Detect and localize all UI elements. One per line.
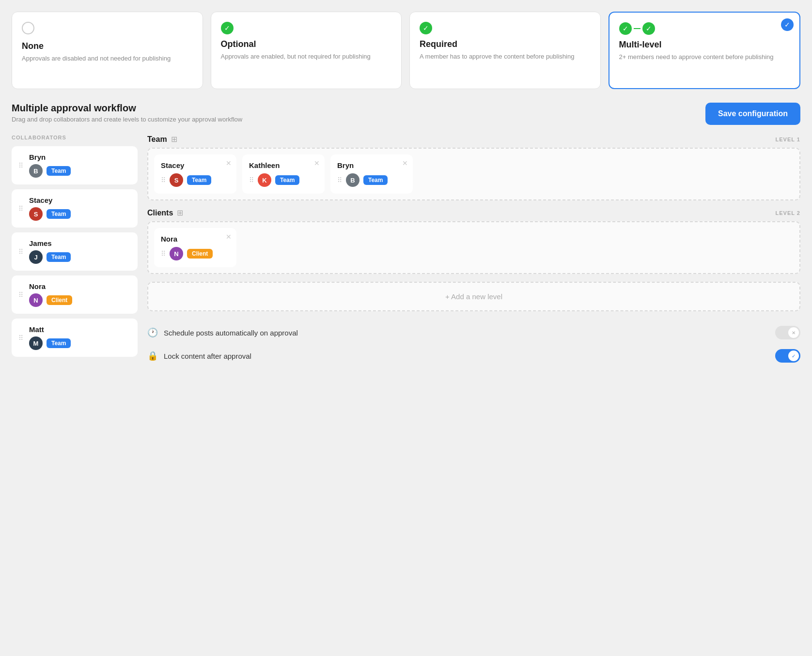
collab-meta-nora: N Client — [29, 293, 72, 307]
collab-meta-stacey: S Team — [29, 207, 71, 221]
level-2-label: LEVEL 2 — [776, 210, 800, 216]
drag-handle[interactable]: ⠿ — [249, 176, 254, 184]
collab-meta-james: J Team — [29, 250, 71, 264]
selected-check-icon: ✓ — [781, 18, 794, 31]
workflow-header: Multiple approval workflow Drag and drop… — [12, 103, 800, 125]
schedule-toggle-knob: ✕ — [788, 327, 799, 338]
collaborator-james: ⠿ James J Team — [12, 232, 138, 271]
level-member-stacey: ✕ Stacey ⠿ S Team — [154, 154, 236, 194]
save-configuration-button[interactable]: Save configuration — [705, 103, 800, 125]
badge-matt: Team — [47, 338, 71, 348]
collab-info-james: James J Team — [29, 239, 71, 264]
lock-toggle-row: 🔒 Lock content after approval ✓ — [147, 344, 800, 367]
level-2-section: Clients ⊞ LEVEL 2 ✕ Nora ⠿ N Client — [147, 208, 800, 274]
level-member-name-stacey: Stacey — [161, 161, 230, 169]
avatar-level-nora: N — [170, 247, 183, 260]
drag-handle[interactable]: ⠿ — [18, 162, 23, 169]
level-2-cards-area: ✕ Nora ⠿ N Client — [147, 221, 800, 274]
collab-name-bryn: Bryn — [29, 153, 71, 161]
level-1-name: Team — [147, 135, 167, 144]
lock-icon: 🔒 — [147, 351, 158, 361]
multilevel-title: Multi-level — [619, 40, 790, 50]
schedule-label: Schedule posts automatically on approval — [164, 329, 769, 337]
none-title: None — [22, 41, 193, 51]
lock-toggle-knob: ✓ — [788, 351, 799, 361]
remove-nora-button[interactable]: ✕ — [226, 233, 232, 241]
avatar-matt: M — [29, 336, 43, 350]
drag-handle[interactable]: ⠿ — [18, 291, 23, 299]
badge-level-nora: Client — [187, 249, 213, 259]
collaborators-panel: COLLABORATORS ⠿ Bryn B Team ⠿ Stacey S T… — [12, 135, 138, 367]
lock-label: Lock content after approval — [164, 352, 769, 360]
none-icon — [22, 22, 193, 36]
workflow-info: Multiple approval workflow Drag and drop… — [12, 103, 242, 123]
avatar-nora: N — [29, 293, 43, 307]
optional-title: Optional — [221, 39, 392, 49]
level-1-section: Team ⊞ LEVEL 1 ✕ Stacey ⠿ S Team — [147, 135, 800, 200]
level-1-label: LEVEL 1 — [776, 137, 800, 142]
approval-card-multilevel[interactable]: ✓ ✓ ✓ Multi-level 2+ members need to app… — [609, 12, 801, 89]
collaborators-label: COLLABORATORS — [12, 135, 138, 140]
avatar-level-kathleen: K — [258, 173, 271, 187]
drag-handle[interactable]: ⠿ — [18, 205, 23, 213]
drag-handle[interactable]: ⠿ — [18, 334, 23, 342]
badge-level-kathleen: Team — [275, 175, 299, 185]
collab-info-matt: Matt M Team — [29, 325, 71, 350]
level-member-meta-kathleen: ⠿ K Team — [249, 173, 318, 187]
level-member-meta-stacey: ⠿ S Team — [161, 173, 230, 187]
level-1-header: Team ⊞ LEVEL 1 — [147, 135, 800, 144]
level-1-title-row: Team ⊞ — [147, 135, 177, 144]
approval-card-none[interactable]: None Approvals are disabled and not need… — [12, 12, 203, 89]
schedule-toggle-row: 🕐 Schedule posts automatically on approv… — [147, 321, 800, 344]
schedule-toggle-switch[interactable]: ✕ — [775, 326, 800, 339]
level-member-name-bryn: Bryn — [337, 161, 406, 169]
collaborator-bryn: ⠿ Bryn B Team — [12, 146, 138, 184]
required-title: Required — [420, 39, 591, 49]
remove-bryn-button[interactable]: ✕ — [402, 159, 408, 167]
drag-handle[interactable]: ⠿ — [161, 176, 166, 184]
approval-card-optional[interactable]: ✓ Optional Approvals are enabled, but no… — [211, 12, 402, 89]
collab-meta-matt: M Team — [29, 336, 71, 350]
required-icon: ✓ — [420, 22, 591, 34]
drag-handle[interactable]: ⠿ — [337, 176, 342, 184]
badge-level-bryn: Team — [363, 175, 388, 185]
multilevel-desc: 2+ members need to approve content befor… — [619, 53, 790, 61]
workflow-desc: Drag and drop collaborators and create l… — [12, 116, 242, 123]
remove-kathleen-button[interactable]: ✕ — [314, 159, 320, 167]
level-member-nora: ✕ Nora ⠿ N Client — [154, 228, 236, 267]
collaborator-matt: ⠿ Matt M Team — [12, 319, 138, 357]
badge-stacey: Team — [47, 209, 71, 219]
collab-info-stacey: Stacey S Team — [29, 196, 71, 221]
remove-stacey-button[interactable]: ✕ — [226, 159, 232, 167]
drag-handle[interactable]: ⠿ — [161, 250, 166, 258]
collab-name-nora: Nora — [29, 282, 72, 290]
main-layout: COLLABORATORS ⠿ Bryn B Team ⠿ Stacey S T… — [12, 135, 800, 367]
collaborator-stacey: ⠿ Stacey S Team — [12, 189, 138, 228]
none-desc: Approvals are disabled and not needed fo… — [22, 54, 193, 63]
avatar-james: J — [29, 250, 43, 264]
collab-name-matt: Matt — [29, 325, 71, 334]
lock-toggle-switch[interactable]: ✓ — [775, 349, 800, 363]
approval-type-cards: None Approvals are disabled and not need… — [12, 12, 800, 89]
split-icon-level1[interactable]: ⊞ — [171, 135, 177, 144]
level-member-meta-bryn: ⠿ B Team — [337, 173, 406, 187]
level-2-title-row: Clients ⊞ — [147, 208, 183, 217]
optional-icon: ✓ — [221, 22, 392, 34]
drag-handle[interactable]: ⠿ — [18, 248, 23, 256]
workflow-title: Multiple approval workflow — [12, 103, 242, 114]
approval-card-required[interactable]: ✓ Required A member has to approve the c… — [409, 12, 601, 89]
level-member-name-nora: Nora — [161, 235, 230, 243]
badge-james: Team — [47, 252, 71, 262]
add-level-button[interactable]: + Add a new level — [147, 282, 800, 311]
clock-icon: 🕐 — [147, 327, 158, 338]
collab-name-stacey: Stacey — [29, 196, 71, 204]
required-desc: A member has to approve the content befo… — [420, 52, 591, 61]
collab-meta-bryn: B Team — [29, 164, 71, 178]
split-icon-level2[interactable]: ⊞ — [177, 208, 183, 217]
multilevel-icon: ✓ ✓ — [619, 22, 790, 35]
collab-info-bryn: Bryn B Team — [29, 153, 71, 178]
add-level-section: + Add a new level — [147, 282, 800, 311]
avatar-level-bryn: B — [346, 173, 359, 187]
level-member-meta-nora: ⠿ N Client — [161, 247, 230, 260]
avatar-bryn: B — [29, 164, 43, 178]
